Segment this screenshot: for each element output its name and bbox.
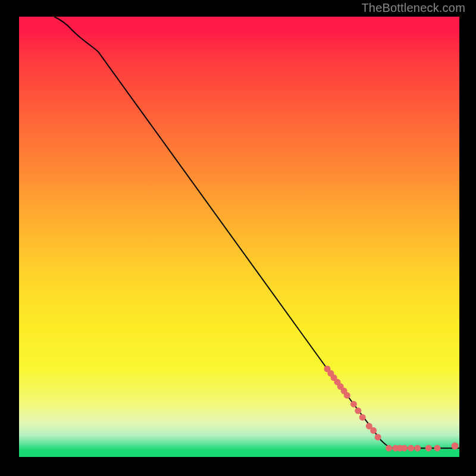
data-point [425,445,432,452]
data-point [344,392,350,399]
watermark-text: TheBottleneck.com [361,1,465,15]
bottleneck-curve [54,17,459,448]
data-point [375,434,381,440]
data-point [370,427,377,434]
data-point [414,445,421,452]
data-point [350,401,357,408]
curve-svg [19,17,459,457]
chart-frame: TheBottleneck.com [0,0,476,476]
plot-area [19,17,459,457]
data-point [434,445,441,452]
data-point [386,445,392,452]
data-markers [324,366,459,452]
data-point [401,445,408,452]
data-point [408,445,414,452]
data-point [359,414,366,421]
data-point [452,443,459,450]
data-point [355,408,361,414]
